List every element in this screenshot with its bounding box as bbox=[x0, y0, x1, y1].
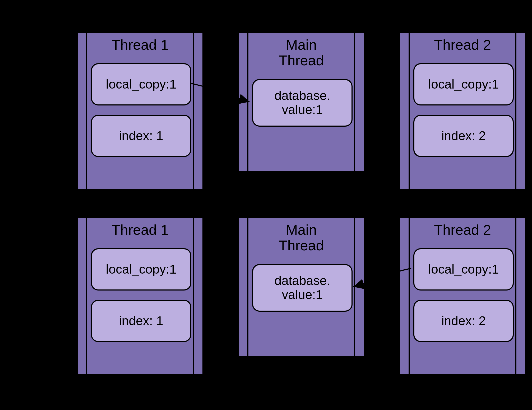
thread2-box-row1: Thread 2 local_copy:1 index: 2 bbox=[399, 32, 526, 190]
thread2-index: index: 2 bbox=[413, 300, 514, 342]
main-database-value: database. value:1 bbox=[252, 79, 353, 127]
thread1-title: Thread 1 bbox=[88, 222, 192, 238]
thread2-box-row2: Thread 2 local_copy:1 index: 2 bbox=[399, 217, 526, 375]
side-line bbox=[515, 218, 516, 374]
side-line bbox=[86, 33, 87, 189]
thread1-local-copy: local_copy:1 bbox=[91, 63, 191, 105]
main-box-row1: Main Thread database. value:1 bbox=[238, 32, 365, 172]
main-database-value: database. value:1 bbox=[252, 264, 353, 312]
side-line bbox=[193, 33, 194, 189]
thread1-box-row1: Thread 1 local_copy:1 index: 1 bbox=[77, 32, 203, 190]
thread2-index: index: 2 bbox=[413, 115, 514, 157]
thread1-index: index: 1 bbox=[91, 300, 191, 342]
main-title: Main Thread bbox=[249, 222, 353, 254]
side-line bbox=[515, 33, 516, 189]
diagram-canvas: Thread 1 local_copy:1 index: 1 Main Thre… bbox=[0, 0, 532, 410]
side-line bbox=[193, 218, 194, 374]
thread2-local-copy: local_copy:1 bbox=[413, 63, 514, 105]
side-line bbox=[409, 218, 410, 374]
side-line bbox=[354, 218, 355, 356]
main-title: Main Thread bbox=[249, 37, 353, 68]
side-line bbox=[247, 33, 248, 171]
side-line bbox=[409, 33, 410, 189]
thread2-title: Thread 2 bbox=[411, 222, 514, 238]
thread1-box-row2: Thread 1 local_copy:1 index: 1 bbox=[77, 217, 203, 375]
thread2-title: Thread 2 bbox=[411, 37, 514, 53]
thread2-local-copy: local_copy:1 bbox=[413, 248, 514, 291]
side-line bbox=[354, 33, 355, 171]
thread1-local-copy: local_copy:1 bbox=[91, 248, 191, 291]
side-line bbox=[86, 218, 87, 374]
thread1-title: Thread 1 bbox=[88, 37, 192, 53]
side-line bbox=[247, 218, 248, 356]
thread1-index: index: 1 bbox=[91, 115, 191, 157]
main-box-row2: Main Thread database. value:1 bbox=[238, 217, 365, 357]
